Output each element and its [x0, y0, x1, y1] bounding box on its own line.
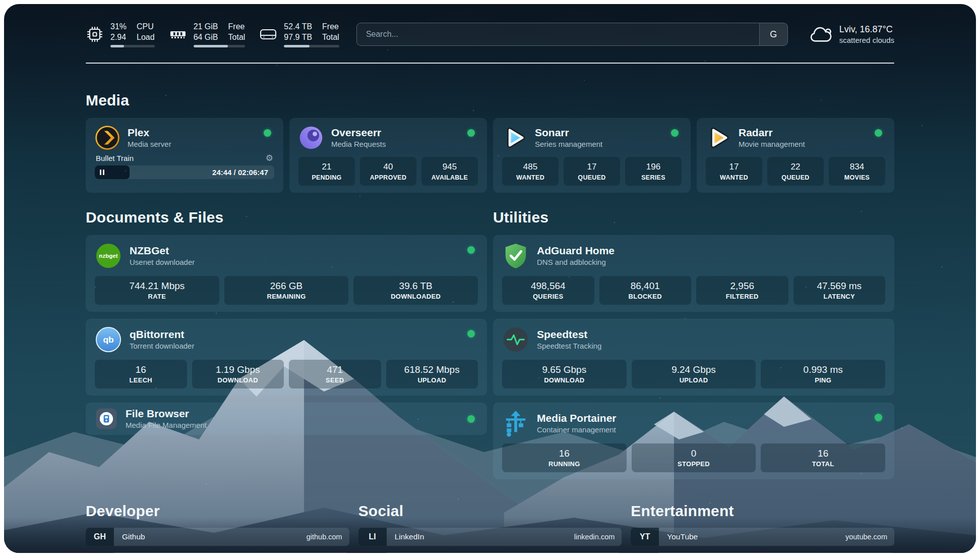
overseerr-stat-pending: 21 PENDING	[298, 157, 355, 186]
adguard-stat-latency: 47.569 ms LATENCY	[793, 276, 886, 305]
filebrowser-card[interactable]: File Browser Media File Management	[86, 403, 487, 435]
gear-icon[interactable]: ⚙	[266, 154, 273, 162]
speedtest-icon	[502, 326, 529, 353]
media-section-title: Media	[86, 92, 894, 109]
sonarr-title: Sonarr	[535, 126, 602, 139]
qbittorrent-desc: Torrent downloader	[130, 341, 194, 351]
radarr-title: Radarr	[739, 126, 805, 139]
radarr-desc: Movie management	[739, 139, 805, 149]
qbittorrent-icon: qb	[95, 326, 122, 353]
nzbget-desc: Usenet downloader	[130, 257, 195, 267]
cpu-load-value: 2.94	[110, 32, 127, 42]
plex-card[interactable]: Plex Media server Bullet Train ⚙	[86, 118, 283, 193]
developer-section-title: Developer	[86, 503, 349, 520]
now-playing-title: Bullet Train	[96, 154, 134, 162]
header-divider	[86, 63, 894, 64]
speedtest-card[interactable]: Speedtest Speedtest Tracking 9.65 Gbps D…	[493, 319, 894, 396]
adguard-card[interactable]: AdGuard Home DNS and adblocking 498,564 …	[493, 235, 894, 312]
overseerr-title: Overseerr	[331, 126, 386, 139]
weather-widget[interactable]: Lviv, 16.87°C scattered clouds	[808, 24, 894, 45]
portainer-card[interactable]: Media Portainer Container management 16 …	[493, 403, 894, 479]
top-bar: 31% 2.94 CPU Load	[86, 4, 894, 47]
svg-text:nzbget: nzbget	[99, 253, 117, 259]
portainer-status-dot	[875, 414, 882, 421]
adguard-stat-filtered: 2,956 FILTERED	[696, 276, 788, 305]
disk-widget: 52.4 TB 97.9 TB Free Total	[259, 21, 339, 47]
bookmark-netflix[interactable]: NF Netflix netflix.com	[631, 552, 894, 553]
search-input[interactable]	[357, 23, 759, 45]
sonarr-desc: Series management	[535, 139, 602, 149]
qbittorrent-status-dot	[467, 330, 475, 338]
qbittorrent-stat-seed: 471 SEED	[289, 360, 381, 388]
search-engine-button[interactable]: G	[759, 23, 787, 45]
nzbget-title: NZBGet	[130, 244, 195, 257]
ram-widget: 21 GiB 64 GiB Free Total	[169, 21, 246, 47]
filebrowser-desc: Media File Management	[126, 420, 207, 430]
overseerr-stat-available: 945 AVAILABLE	[421, 157, 478, 186]
pause-icon	[100, 170, 101, 175]
svg-text:qb: qb	[103, 335, 113, 345]
plex-player-progress	[95, 165, 130, 179]
nzbget-status-dot	[467, 246, 475, 254]
documents-section-title: Documents & Files	[86, 209, 487, 226]
weather-location-temp: Lviv, 16.87°C	[839, 24, 894, 35]
bookmark-linkedin[interactable]: LI LinkedIn linkedin.com	[358, 528, 622, 546]
ram-icon	[169, 25, 187, 43]
nzbget-stat-remaining: 266 GB REMAINING	[224, 276, 349, 305]
qbittorrent-stat-upload: 618.52 Mbps UPLOAD	[386, 360, 478, 388]
search-engine-label: G	[770, 29, 777, 40]
radarr-card[interactable]: Radarr Movie management 17 WANTED 22 QUE…	[697, 118, 894, 193]
cpu-load-label: Load	[137, 32, 155, 42]
qbittorrent-stat-leech: 16 LEECH	[95, 360, 187, 388]
radarr-stat-wanted: 17 WANTED	[706, 157, 762, 186]
disk-total-value: 97.9 TB	[284, 32, 312, 42]
disk-progress-fill	[284, 45, 309, 47]
qbittorrent-card[interactable]: qb qBittorrent Torrent downloader 16	[86, 319, 487, 396]
disk-free-label: Free	[322, 21, 339, 32]
speedtest-stat-upload: 9.24 Gbps UPLOAD	[632, 360, 756, 388]
disk-icon	[259, 25, 277, 43]
plex-player-bar[interactable]: 24:44 / 02:06:47	[95, 165, 274, 179]
sonarr-stat-wanted: 485 WANTED	[502, 157, 559, 186]
sonarr-status-dot	[671, 129, 679, 137]
plex-title: Plex	[128, 126, 171, 139]
qbittorrent-title: qBittorrent	[130, 328, 194, 341]
section-media: Media Plex Media server	[86, 92, 894, 193]
radarr-stat-movies: 834 MOVIES	[829, 157, 885, 186]
speedtest-stat-download: 9.65 Gbps DOWNLOAD	[502, 360, 627, 388]
cpu-progress-track	[110, 45, 155, 47]
bookmark-twitter[interactable]: TW Twitter twitter.com	[358, 552, 622, 553]
search-bar: G	[356, 23, 788, 46]
disk-total-label: Total	[322, 32, 339, 42]
filebrowser-status-dot	[467, 415, 475, 423]
sonarr-card[interactable]: Sonarr Series management 485 WANTED 17 Q…	[493, 118, 691, 193]
portainer-stat-total: 16 TOTAL	[761, 443, 885, 472]
section-entertainment: Entertainment YT YouTube youtube.com NF …	[631, 503, 894, 553]
disk-free-value: 52.4 TB	[284, 21, 312, 32]
adguard-stat-queries: 498,564 QUERIES	[502, 276, 594, 305]
bookmark-stackoverflow[interactable]: SO StackOverflow stackoverflow.com	[86, 552, 349, 553]
utilities-section-title: Utilities	[493, 209, 894, 226]
portainer-title: Media Portainer	[537, 412, 617, 425]
sonarr-icon	[502, 125, 527, 150]
portainer-stat-running: 16 RUNNING	[502, 443, 627, 472]
section-developer: Developer GH Github github.com SO StackO…	[86, 503, 349, 553]
cpu-usage: 31%	[110, 21, 127, 32]
section-utilities: Utilities AdGuard Home	[493, 209, 894, 479]
snow-particles	[4, 4, 5, 5]
plex-desc: Media server	[128, 139, 171, 149]
cpu-label: CPU	[137, 21, 155, 32]
adguard-stat-blocked: 86,401 BLOCKED	[599, 276, 692, 305]
nzbget-stat-rate: 744.21 Mbps RATE	[95, 276, 219, 305]
overseerr-card[interactable]: Overseerr Media Requests 21 PENDING 40 A…	[289, 118, 487, 193]
radarr-stat-queued: 22 QUEUED	[767, 157, 824, 186]
sonarr-stat-queued: 17 QUEUED	[564, 157, 620, 186]
bookmark-github[interactable]: GH Github github.com	[86, 528, 349, 546]
nzbget-card[interactable]: nzbget NZBGet Usenet downloader 744.21 M…	[86, 235, 487, 312]
overseerr-status-dot	[467, 129, 475, 137]
bookmark-youtube[interactable]: YT YouTube youtube.com	[631, 528, 894, 546]
cpu-icon	[86, 25, 104, 43]
nzbget-icon: nzbget	[95, 242, 122, 269]
filebrowser-icon	[95, 407, 118, 430]
disk-progress-track	[284, 45, 339, 47]
